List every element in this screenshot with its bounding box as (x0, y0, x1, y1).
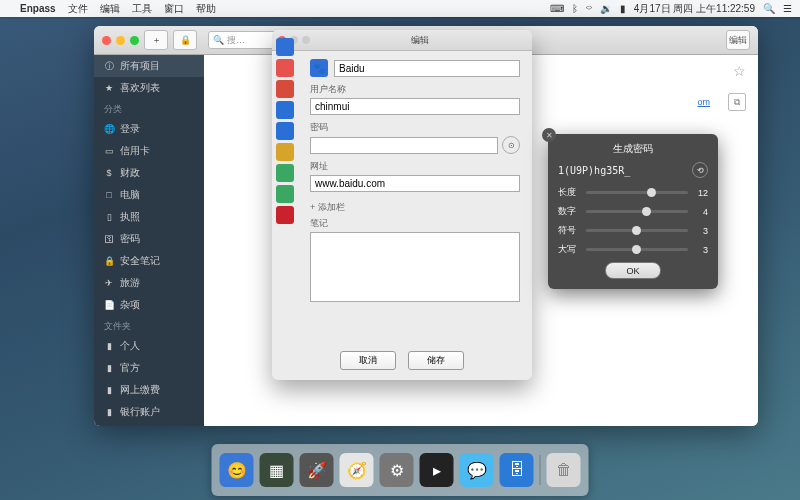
list-item-icon[interactable] (276, 164, 294, 182)
dock-messages[interactable]: 💬 (460, 453, 494, 487)
dock-finder[interactable]: 😊 (220, 453, 254, 487)
dock-settings[interactable]: ⚙ (380, 453, 414, 487)
list-item-icon[interactable] (276, 101, 294, 119)
cancel-button[interactable]: 取消 (340, 351, 396, 370)
list-item-icon[interactable] (276, 80, 294, 98)
gen-row-value: 3 (694, 226, 708, 236)
dialog-title: 编辑 (411, 34, 429, 47)
item-list-strip (276, 38, 294, 224)
clock[interactable]: 4月17日 周四 上午11:22:59 (634, 2, 755, 16)
spotlight-icon[interactable]: 🔍 (763, 3, 775, 14)
card-icon: ▭ (104, 146, 114, 156)
sidebar-favorites[interactable]: ★喜欢列表 (94, 77, 204, 99)
gen-row-value: 4 (694, 207, 708, 217)
slider[interactable] (586, 191, 688, 194)
list-item-icon[interactable] (276, 38, 294, 56)
list-item-icon[interactable] (276, 206, 294, 224)
sidebar-folder[interactable]: ▮个人 (94, 335, 204, 357)
pc-icon: □ (104, 190, 114, 200)
sidebar-folder[interactable]: ▮官方 (94, 357, 204, 379)
sidebar-cat-login[interactable]: 🌐登录 (94, 118, 204, 140)
dock-safari[interactable]: 🧭 (340, 453, 374, 487)
add-field-button[interactable]: + 添加栏 (310, 198, 520, 217)
list-item-icon[interactable] (276, 122, 294, 140)
info-icon: ⓘ (104, 60, 114, 73)
username-field[interactable] (310, 98, 520, 115)
sidebar-item-label: 旅游 (120, 276, 140, 290)
sidebar-item-label: 官方 (120, 361, 140, 375)
sidebar-cat-securenote[interactable]: 🔒安全笔记 (94, 250, 204, 272)
sidebar-section-folders: 文件夹 (94, 316, 204, 335)
lock-button[interactable]: 🔒 (173, 30, 197, 50)
star-icon: ★ (104, 83, 114, 93)
dock: 😊 ▦ 🚀 🧭 ⚙ ▸ 💬 🗄 🗑 (212, 444, 589, 496)
generate-password-button[interactable]: ⊙ (502, 136, 520, 154)
sidebar-folder[interactable]: ▮网上缴费 (94, 379, 204, 401)
sidebar-all-items[interactable]: ⓘ所有项目 (94, 55, 204, 77)
save-button[interactable]: 储存 (408, 351, 464, 370)
close-icon[interactable] (102, 36, 111, 45)
sidebar-cat-misc[interactable]: 📄杂项 (94, 294, 204, 316)
folder-icon: ▮ (104, 363, 114, 373)
zoom-icon (302, 36, 310, 44)
password-field[interactable] (310, 137, 498, 154)
refresh-icon[interactable]: ⟲ (692, 162, 708, 178)
dock-app[interactable]: 🚀 (300, 453, 334, 487)
favorite-toggle[interactable]: ☆ (733, 63, 746, 79)
folder-icon: ▮ (104, 407, 114, 417)
app-name[interactable]: Enpass (20, 3, 56, 14)
dock-enpass[interactable]: 🗄 (500, 453, 534, 487)
dock-terminal[interactable]: ▸ (420, 453, 454, 487)
sidebar-cat-travel[interactable]: ✈旅游 (94, 272, 204, 294)
battery-icon[interactable]: ▮ (620, 3, 626, 14)
sidebar-cat-computer[interactable]: □电脑 (94, 184, 204, 206)
edit-button[interactable]: 编辑 (726, 30, 750, 50)
gen-row-label: 数字 (558, 205, 580, 218)
system-menubar: Enpass 文件 编辑 工具 窗口 帮助 ⌨ ᛒ ⌔ 🔉 ▮ 4月17日 周四… (0, 0, 800, 17)
gen-row-value: 12 (694, 188, 708, 198)
sidebar-cat-creditcard[interactable]: ▭信用卡 (94, 140, 204, 162)
url-field[interactable] (310, 175, 520, 192)
menu-window[interactable]: 窗口 (164, 2, 184, 16)
sidebar-folder[interactable]: ▮银行账户 (94, 401, 204, 423)
password-label: 密码 (310, 121, 520, 134)
sidebar-cat-license[interactable]: ▯执照 (94, 206, 204, 228)
volume-icon[interactable]: 🔉 (600, 3, 612, 14)
bluetooth-icon[interactable]: ᛒ (572, 3, 578, 14)
notes-field[interactable] (310, 232, 520, 302)
minimize-icon[interactable] (116, 36, 125, 45)
title-field[interactable] (334, 60, 520, 77)
slider[interactable] (586, 229, 688, 232)
detail-url-link[interactable]: om (697, 97, 710, 107)
money-icon: $ (104, 168, 114, 178)
gen-row-value: 3 (694, 245, 708, 255)
list-item-icon[interactable] (276, 185, 294, 203)
add-button[interactable]: ＋ (144, 30, 168, 50)
menu-edit[interactable]: 编辑 (100, 2, 120, 16)
slider[interactable] (586, 248, 688, 251)
username-label: 用户名称 (310, 83, 520, 96)
copy-button[interactable]: ⧉ (728, 93, 746, 111)
menu-help[interactable]: 帮助 (196, 2, 216, 16)
generator-row: 符号3 (558, 224, 708, 237)
list-item-icon[interactable] (276, 143, 294, 161)
dock-launchpad[interactable]: ▦ (260, 453, 294, 487)
slider[interactable] (586, 210, 688, 213)
notification-icon[interactable]: ☰ (783, 3, 792, 14)
sidebar-cat-password[interactable]: ⚿密码 (94, 228, 204, 250)
sidebar-item-label: 喜欢列表 (120, 81, 160, 95)
id-icon: ▯ (104, 212, 114, 222)
sidebar-cat-finance[interactable]: $财政 (94, 162, 204, 184)
zoom-icon[interactable] (130, 36, 139, 45)
sidebar-item-label: 财政 (120, 166, 140, 180)
menu-tools[interactable]: 工具 (132, 2, 152, 16)
sidebar: ⓘ所有项目 ★喜欢列表 分类 🌐登录 ▭信用卡 $财政 □电脑 ▯执照 ⚿密码 … (94, 55, 204, 426)
menu-file[interactable]: 文件 (68, 2, 88, 16)
sidebar-item-label: 安全笔记 (120, 254, 160, 268)
keyboard-icon[interactable]: ⌨ (550, 3, 564, 14)
close-icon[interactable]: ✕ (542, 128, 556, 142)
dock-trash[interactable]: 🗑 (547, 453, 581, 487)
wifi-icon[interactable]: ⌔ (586, 3, 592, 14)
list-item-icon[interactable] (276, 59, 294, 77)
ok-button[interactable]: OK (605, 262, 661, 279)
